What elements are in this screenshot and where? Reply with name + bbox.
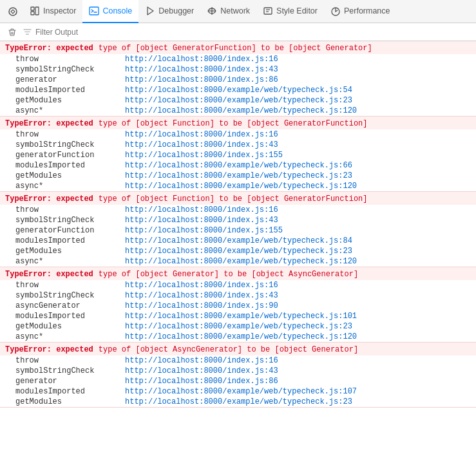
stack-func: throw: [15, 205, 125, 214]
stack-link[interactable]: http://localhost:8000/example/web/typech…: [125, 236, 352, 245]
stack-link[interactable]: http://localhost:8000/index.js:43: [125, 291, 278, 300]
stack-row: getModuleshttp://localhost:8000/example/…: [0, 246, 476, 256]
error-message: type of [object Generator] to be [object…: [99, 270, 358, 279]
devtools-logo-icon: [8, 6, 18, 17]
error-group: TypeError: expectedtype of [object Funct…: [0, 117, 476, 192]
filter-icon: [23, 28, 32, 36]
stack-link[interactable]: http://localhost:8000/example/web/typech…: [125, 322, 352, 331]
error-message: type of [object AsyncGenerator] to be [o…: [99, 345, 358, 354]
error-label: TypeError: expected: [5, 345, 93, 354]
stack-link[interactable]: http://localhost:8000/example/web/typech…: [125, 96, 352, 105]
trash-icon: [8, 28, 17, 37]
stack-row: generatorhttp://localhost:8000/index.js:…: [0, 75, 476, 85]
stack-link[interactable]: http://localhost:8000/example/web/typech…: [125, 86, 352, 95]
inspector-icon: [30, 6, 40, 16]
svg-rect-1: [31, 7, 34, 10]
stack-link[interactable]: http://localhost:8000/index.js:16: [125, 356, 278, 365]
devtools-icon-button[interactable]: [3, 1, 23, 22]
stack-link[interactable]: http://localhost:8000/index.js:16: [125, 55, 278, 64]
performance-icon: [330, 6, 341, 16]
stack-row: throwhttp://localhost:8000/index.js:16: [0, 54, 476, 64]
stack-row: throwhttp://localhost:8000/index.js:16: [0, 129, 476, 140]
stack-link[interactable]: http://localhost:8000/index.js:43: [125, 65, 278, 74]
stack-link[interactable]: http://localhost:8000/example/web/typech…: [125, 171, 352, 180]
stack-row: symbolStringCheckhttp://localhost:8000/i…: [0, 215, 476, 225]
stack-link[interactable]: http://localhost:8000/index.js:16: [125, 130, 278, 139]
stack-func: async*: [15, 332, 125, 341]
stack-func: symbolStringCheck: [15, 216, 125, 225]
stack-func: getModules: [15, 247, 125, 256]
tab-style-editor[interactable]: Style Editor: [256, 0, 324, 23]
svg-marker-6: [148, 7, 153, 15]
error-label: TypeError: expected: [5, 194, 93, 203]
stack-link[interactable]: http://localhost:8000/index.js:43: [125, 140, 278, 149]
stack-func: asyncGenerator: [15, 301, 125, 310]
stack-link[interactable]: http://localhost:8000/example/web/typech…: [125, 161, 352, 170]
tab-performance[interactable]: Performance: [324, 0, 397, 23]
tab-console-label: Console: [102, 6, 132, 15]
stack-func: modulesImported: [15, 387, 125, 396]
tab-network[interactable]: Network: [200, 0, 256, 23]
tab-style-editor-label: Style Editor: [276, 6, 318, 15]
stack-row: modulesImportedhttp://localhost:8000/exa…: [0, 236, 476, 246]
stack-link[interactable]: http://localhost:8000/index.js:16: [125, 205, 278, 214]
stack-link[interactable]: http://localhost:8000/example/web/typech…: [125, 312, 357, 321]
stack-link[interactable]: http://localhost:8000/index.js:43: [125, 216, 278, 225]
filter-input[interactable]: [35, 28, 471, 37]
stack-link[interactable]: http://localhost:8000/index.js:155: [125, 151, 283, 160]
stack-link[interactable]: http://localhost:8000/example/web/typech…: [125, 387, 357, 396]
stack-link[interactable]: http://localhost:8000/example/web/typech…: [125, 257, 357, 266]
error-message: type of [object Function] to be [object …: [99, 194, 368, 203]
stack-link[interactable]: http://localhost:8000/example/web/typech…: [125, 182, 357, 191]
error-label: TypeError: expected: [5, 119, 93, 128]
stack-func: getModules: [15, 96, 125, 105]
stack-row: modulesImportedhttp://localhost:8000/exa…: [0, 386, 476, 397]
stack-row: generatorFunctionhttp://localhost:8000/i…: [0, 225, 476, 236]
tab-inspector[interactable]: Inspector: [23, 0, 82, 23]
console-icon: [89, 6, 99, 16]
stack-func: generatorFunction: [15, 151, 125, 160]
stack-row: symbolStringCheckhttp://localhost:8000/i…: [0, 366, 476, 376]
stack-func: getModules: [15, 322, 125, 331]
stack-func: symbolStringCheck: [15, 140, 125, 149]
tab-debugger[interactable]: Debugger: [138, 0, 200, 23]
svg-rect-9: [264, 8, 272, 14]
stack-func: modulesImported: [15, 161, 125, 170]
stack-link[interactable]: http://localhost:8000/example/web/typech…: [125, 247, 352, 256]
stack-link[interactable]: http://localhost:8000/index.js:90: [125, 301, 278, 310]
stack-row: async*http://localhost:8000/example/web/…: [0, 256, 476, 267]
error-group: TypeError: expectedtype of [object Funct…: [0, 192, 476, 267]
stack-link[interactable]: http://localhost:8000/index.js:86: [125, 377, 278, 386]
stack-link[interactable]: http://localhost:8000/index.js:16: [125, 281, 278, 290]
stack-link[interactable]: http://localhost:8000/example/web/typech…: [125, 332, 357, 341]
stack-row: generatorhttp://localhost:8000/index.js:…: [0, 376, 476, 386]
stack-func: throw: [15, 281, 125, 290]
stack-func: getModules: [15, 397, 125, 406]
stack-func: symbolStringCheck: [15, 291, 125, 300]
stack-row: symbolStringCheckhttp://localhost:8000/i…: [0, 140, 476, 150]
stack-link[interactable]: http://localhost:8000/example/web/typech…: [125, 106, 357, 115]
stack-row: throwhttp://localhost:8000/index.js:16: [0, 280, 476, 290]
stack-link[interactable]: http://localhost:8000/example/web/typech…: [125, 397, 352, 406]
stack-link[interactable]: http://localhost:8000/index.js:155: [125, 226, 283, 235]
svg-rect-3: [35, 7, 39, 15]
stack-func: symbolStringCheck: [15, 366, 125, 375]
network-icon: [207, 6, 217, 16]
clear-console-button[interactable]: [5, 25, 19, 39]
stack-row: async*http://localhost:8000/example/web/…: [0, 106, 476, 116]
stack-row: getModuleshttp://localhost:8000/example/…: [0, 397, 476, 407]
stack-row: symbolStringCheckhttp://localhost:8000/i…: [0, 290, 476, 301]
tab-console[interactable]: Console: [82, 0, 138, 23]
error-message: type of [object GeneratorFunction] to be…: [99, 44, 372, 53]
stack-link[interactable]: http://localhost:8000/index.js:86: [125, 75, 278, 84]
error-group: TypeError: expectedtype of [object Async…: [0, 343, 476, 408]
stack-row: getModuleshttp://localhost:8000/example/…: [0, 95, 476, 106]
error-header: TypeError: expectedtype of [object Gener…: [0, 41, 476, 54]
stack-func: throw: [15, 356, 125, 365]
stack-func: async*: [15, 257, 125, 266]
stack-row: modulesImportedhttp://localhost:8000/exa…: [0, 160, 476, 171]
stack-func: modulesImported: [15, 236, 125, 245]
stack-func: modulesImported: [15, 86, 125, 95]
stack-link[interactable]: http://localhost:8000/index.js:43: [125, 366, 278, 375]
tab-inspector-label: Inspector: [43, 6, 76, 15]
